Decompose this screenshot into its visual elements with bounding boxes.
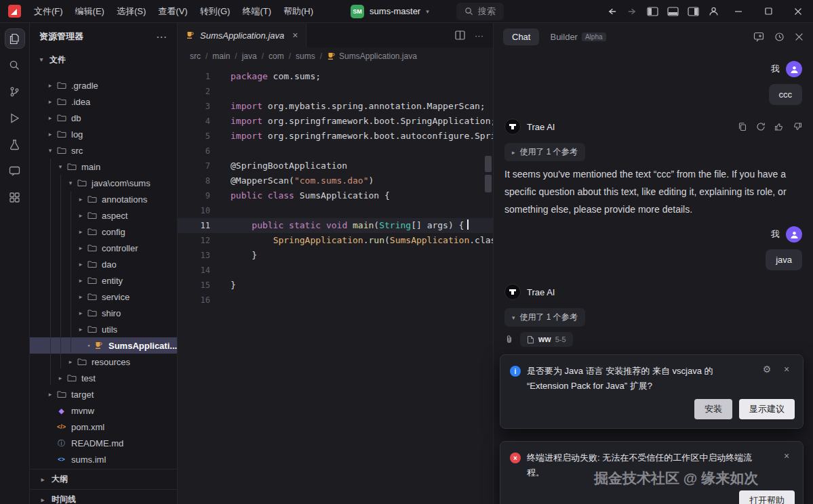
toggle-sidebar-icon[interactable] xyxy=(642,3,662,20)
code-line[interactable]: 8@MapperScan("com.sums.dao") xyxy=(178,173,493,188)
files-section-header[interactable]: ▾ 文件 xyxy=(30,50,177,69)
breadcrumb-item-com[interactable]: com xyxy=(269,51,284,61)
code-line[interactable]: 15} xyxy=(178,278,493,293)
tree-item-log[interactable]: ▸log xyxy=(30,126,177,142)
more-actions-icon[interactable]: ··· xyxy=(475,30,483,41)
reference-toggle[interactable]: ▸使用了 1 个参考 xyxy=(504,143,585,161)
close-window-button[interactable] xyxy=(783,0,813,23)
source-control-icon[interactable] xyxy=(5,81,25,102)
tree-item-sums-iml[interactable]: <>sums.iml xyxy=(30,451,177,467)
breadcrumb-item-sums[interactable]: sums xyxy=(296,51,315,61)
test-icon[interactable] xyxy=(5,134,25,154)
code-line[interactable]: 12 SpringApplication.run(SumsApplication… xyxy=(178,233,493,248)
show-recommendations-button[interactable]: 显示建议 xyxy=(739,399,795,419)
code-line[interactable]: 11 public static void main(String[] args… xyxy=(178,218,493,233)
code-line[interactable]: 7@SpringBootApplication xyxy=(178,159,493,173)
code-line[interactable]: 2 xyxy=(178,84,493,99)
menubar-item-e[interactable]: 编辑(E) xyxy=(69,2,111,21)
scrollbar-decoration[interactable] xyxy=(485,156,492,172)
back-icon[interactable] xyxy=(601,3,622,20)
tree-item-java-com-sums[interactable]: ▾java\com\sums xyxy=(30,175,177,191)
tree-item-annotations[interactable]: ▸annotations xyxy=(30,191,177,207)
tree-item-sumsapplicati[interactable]: ●SumsApplicati... xyxy=(30,337,177,354)
global-search[interactable]: 搜索 xyxy=(456,3,504,20)
tab-builder[interactable]: Builder Alpha xyxy=(550,32,606,42)
menubar-item-h[interactable]: 帮助(H) xyxy=(277,2,319,21)
like-icon[interactable] xyxy=(774,122,784,131)
gear-icon[interactable]: ⚙ xyxy=(760,364,774,394)
attachment-chip[interactable]: ww5-5 xyxy=(520,332,573,347)
breadcrumb-item-main[interactable]: main xyxy=(212,51,230,61)
menubar-item-g[interactable]: 转到(G) xyxy=(194,2,237,21)
reference-toggle[interactable]: ▾使用了 1 个参考 xyxy=(504,308,585,327)
copy-icon[interactable] xyxy=(738,122,747,131)
history-icon[interactable] xyxy=(774,32,785,42)
minimize-button[interactable] xyxy=(723,0,753,23)
tree-item-utils[interactable]: ▸utils xyxy=(30,321,177,337)
code-line[interactable]: 1package com.sums; xyxy=(178,69,493,84)
code-line[interactable]: 4import org.springframework.boot.SpringA… xyxy=(178,114,493,129)
close-notification-icon[interactable]: × xyxy=(780,364,793,394)
tree-item-readme-md[interactable]: ⓘREADME.md xyxy=(30,435,177,451)
regenerate-icon[interactable] xyxy=(756,122,766,131)
tree-item-mvnw[interactable]: ◆mvnw xyxy=(30,402,177,419)
tree-item-config[interactable]: ▸config xyxy=(30,224,177,240)
tree-item-aspect[interactable]: ▸aspect xyxy=(30,207,177,224)
tree-item-src[interactable]: ▾src xyxy=(30,142,177,159)
tree-item-resources[interactable]: ▸resources xyxy=(30,354,177,370)
tree-item-db[interactable]: ▸db xyxy=(30,110,177,126)
close-notification-icon[interactable]: × xyxy=(780,450,793,480)
breadcrumb-item-sumsapplication-java[interactable]: SumsApplication.java xyxy=(327,51,417,61)
open-help-button[interactable]: 打开帮助 xyxy=(739,490,795,504)
install-button[interactable]: 安装 xyxy=(694,399,732,419)
explorer-icon[interactable] xyxy=(5,28,25,49)
extensions-icon[interactable] xyxy=(5,187,25,207)
code-area[interactable]: 1package com.sums;23import org.mybatis.s… xyxy=(178,65,493,504)
code-line[interactable]: 14 xyxy=(178,263,493,278)
tree-item-dao[interactable]: ▸dao xyxy=(30,256,177,272)
account-icon[interactable] xyxy=(703,3,723,20)
close-panel-icon[interactable] xyxy=(795,33,804,41)
project-switcher[interactable]: SM sums-master ▾ xyxy=(351,5,429,18)
tree-item-shiro[interactable]: ▸shiro xyxy=(30,305,177,321)
code-line[interactable]: 6 xyxy=(178,144,493,159)
chat-icon[interactable] xyxy=(5,161,25,181)
tab-chat[interactable]: Chat xyxy=(503,28,539,45)
code-line[interactable]: 3import org.mybatis.spring.annotation.Ma… xyxy=(178,99,493,114)
maximize-button[interactable] xyxy=(753,0,783,23)
toggle-secondary-sidebar-icon[interactable] xyxy=(683,3,703,20)
split-editor-icon[interactable] xyxy=(455,30,465,40)
tree-item-gradle[interactable]: ▸.gradle xyxy=(30,77,177,93)
code-line[interactable]: 13 } xyxy=(178,248,493,263)
outline-section-header[interactable]: ▸ 大纲 xyxy=(30,469,177,489)
close-tab-icon[interactable]: × xyxy=(292,30,298,41)
breadcrumb-item-src[interactable]: src xyxy=(190,51,201,61)
tree-item-controller[interactable]: ▸controller xyxy=(30,240,177,256)
menubar-item-f[interactable]: 文件(F) xyxy=(28,2,69,21)
scrollbar-decoration[interactable] xyxy=(485,175,492,192)
menubar-item-s[interactable]: 选择(S) xyxy=(111,2,152,21)
toggle-panel-icon[interactable] xyxy=(662,3,683,20)
timeline-section-header[interactable]: ▸ 时间线 xyxy=(30,489,177,504)
code-line[interactable]: 9public class SumsApplication { xyxy=(178,188,493,203)
breadcrumb-item-java[interactable]: java xyxy=(242,51,257,61)
new-chat-icon[interactable] xyxy=(753,32,764,42)
tree-item-idea[interactable]: ▸.idea xyxy=(30,93,177,110)
more-actions-icon[interactable]: ··· xyxy=(157,32,167,42)
menubar-item-t[interactable]: 终端(T) xyxy=(236,2,277,21)
tree-item-pom-xml[interactable]: </>pom.xml xyxy=(30,419,177,435)
dislike-icon[interactable] xyxy=(793,122,802,131)
tree-item-target[interactable]: ▸target xyxy=(30,386,177,402)
menubar-item-v[interactable]: 查看(V) xyxy=(152,2,193,21)
code-line[interactable]: 16 xyxy=(178,293,493,308)
tree-item-test[interactable]: ▸test xyxy=(30,370,177,386)
tree-item-entity[interactable]: ▸entity xyxy=(30,272,177,289)
search-icon[interactable] xyxy=(5,55,25,75)
tree-item-main[interactable]: ▾main xyxy=(30,159,177,175)
run-debug-icon[interactable] xyxy=(5,108,25,128)
editor-tab[interactable]: SumsApplication.java × xyxy=(178,23,306,47)
forward-icon[interactable] xyxy=(622,3,642,20)
code-line[interactable]: 5import org.springframework.boot.autocon… xyxy=(178,129,493,144)
tree-item-service[interactable]: ▸service xyxy=(30,289,177,305)
code-line[interactable]: 10 xyxy=(178,203,493,218)
